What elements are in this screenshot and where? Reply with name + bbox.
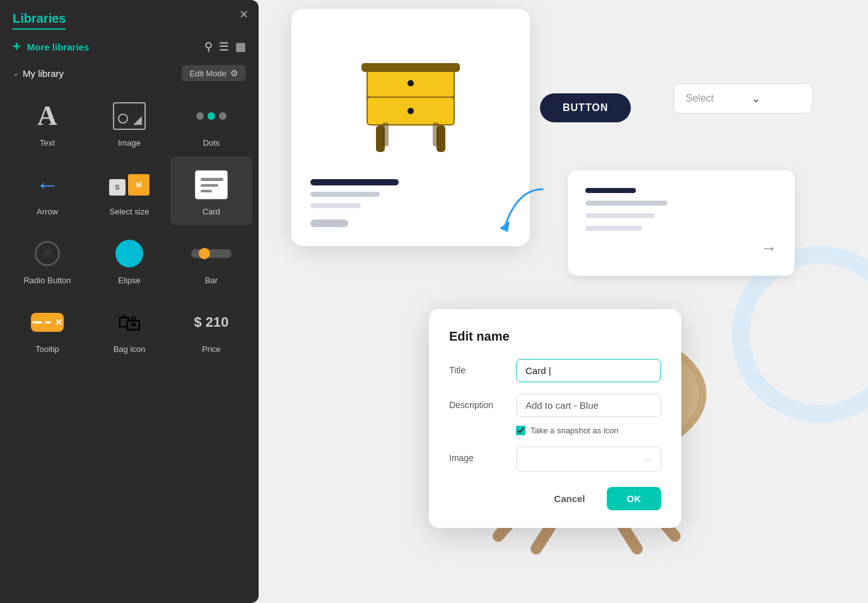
description-input[interactable] [516, 394, 661, 417]
library-header: ⌄ My library Edit Mode ⚙ [0, 61, 259, 88]
sidebar-item-price[interactable]: $ 210 Price [170, 294, 252, 363]
sidebar-header: Libraries [0, 0, 259, 30]
card-title-line [310, 179, 399, 185]
edit-name-dialog: Edit name Title Description Take a snaps… [429, 309, 681, 528]
title-label: Title [449, 359, 506, 375]
sidebar-item-ellipse[interactable]: Elipse [88, 225, 170, 294]
sidebar-item-select-size[interactable]: S M Select size [88, 156, 170, 225]
sidebar-item-label: Dots [203, 138, 220, 148]
bag-icon-icon: 🛍 [117, 305, 141, 339]
sidebar-item-dots[interactable]: Dots [170, 88, 252, 156]
card-annotation-arrow [486, 183, 561, 249]
select-element[interactable]: Select ⌄ [674, 83, 812, 114]
sidebar-item-bag[interactable]: 🛍 Bag icon [88, 294, 170, 363]
sidebar-item-arrow[interactable]: ← Arrow [6, 156, 88, 225]
card-icon [195, 168, 228, 202]
sidebar-item-image[interactable]: Image [88, 88, 170, 156]
image-row: Image ··· [449, 447, 661, 472]
radio-button-icon [35, 237, 60, 271]
image-dots-icon: ··· [643, 454, 652, 465]
sidebar-item-label: Radio Button [23, 276, 71, 285]
canvas: BUTTON Select ⌄ [259, 0, 868, 603]
price-icon: $ 210 [194, 305, 228, 339]
menu-icon[interactable]: ☰ [219, 40, 229, 54]
sidebar-item-bar[interactable]: Bar [170, 225, 252, 294]
library-grid: A Text Image Dots ← [0, 88, 259, 363]
title-input[interactable] [516, 359, 661, 382]
card-price-line [310, 220, 348, 227]
edit-mode-label: Edit Mode [189, 69, 226, 78]
sidebar: ✕ Libraries + More libraries ⚲ ☰ ▦ ⌄ My … [0, 0, 259, 603]
small-card-line1 [585, 201, 667, 206]
library-title: ⌄ My library [13, 68, 64, 79]
sidebar-item-label: Bag icon [114, 344, 146, 354]
sidebar-toolbar: + More libraries ⚲ ☰ ▦ [0, 30, 259, 61]
small-card: → [568, 170, 795, 276]
tooltip-icon: ✕ [31, 305, 64, 339]
snapshot-row: Take a snapshot as icon [516, 426, 661, 435]
search-icon[interactable]: ⚲ [204, 40, 213, 54]
sidebar-item-label: Select size [110, 207, 150, 216]
add-library-button[interactable]: + [13, 38, 21, 55]
svg-marker-10 [500, 221, 510, 232]
select-size-icon: S M [109, 168, 150, 202]
gear-icon: ⚙ [230, 68, 238, 78]
svg-point-4 [408, 108, 414, 114]
ok-button[interactable]: OK [607, 487, 662, 510]
svg-rect-8 [433, 122, 439, 146]
snapshot-label: Take a snapshot as icon [531, 426, 618, 435]
my-library-label: My library [23, 68, 64, 79]
sidebar-item-label: Text [40, 138, 55, 148]
sidebar-title: Libraries [13, 11, 66, 30]
image-icon [113, 99, 146, 133]
card-desc-line2 [310, 203, 361, 208]
edit-mode-button[interactable]: Edit Mode ⚙ [182, 65, 246, 81]
title-row: Title [449, 359, 661, 382]
description-label: Description [449, 394, 506, 410]
button-element[interactable]: BUTTON [540, 93, 631, 122]
sidebar-item-label: Image [118, 138, 141, 148]
ellipse-icon [115, 237, 143, 271]
sidebar-item-label: Bar [205, 276, 218, 285]
sidebar-item-label: Arrow [37, 207, 58, 216]
card-content-lines [310, 179, 511, 227]
bar-icon [191, 237, 232, 271]
image-label: Image [449, 447, 506, 463]
sidebar-item-label: Price [202, 344, 221, 354]
select-placeholder: Select [686, 93, 713, 104]
sidebar-item-label: Elipse [118, 276, 140, 285]
sidebar-item-radio-button[interactable]: Radio Button [6, 225, 88, 294]
sidebar-item-tooltip[interactable]: ✕ Tooltip [6, 294, 88, 363]
cancel-button[interactable]: Cancel [542, 487, 596, 510]
more-libraries-link[interactable]: More libraries [27, 42, 89, 52]
close-icon[interactable]: ✕ [239, 8, 249, 21]
chevron-down-icon: ⌄ [751, 91, 761, 105]
sidebar-item-card[interactable]: Card [170, 156, 252, 225]
button-label: BUTTON [563, 102, 608, 113]
sidebar-item-label: Tooltip [35, 344, 59, 354]
snapshot-checkbox[interactable] [516, 426, 525, 435]
chevron-icon: ⌄ [13, 69, 19, 78]
nightstand-svg [348, 34, 474, 160]
product-image [310, 28, 511, 167]
arrow-icon: ← [35, 168, 59, 202]
card-desc-line1 [310, 192, 380, 197]
dialog-actions: Cancel OK [449, 487, 661, 510]
small-card-line2 [585, 213, 655, 218]
text-icon: A [37, 99, 57, 133]
dots-icon [196, 99, 226, 133]
small-card-title-line [585, 188, 636, 193]
small-card-arrow: → [761, 238, 777, 258]
description-row: Description Take a snapshot as icon [449, 394, 661, 435]
svg-rect-7 [382, 122, 389, 146]
svg-rect-9 [361, 63, 460, 72]
sidebar-item-label: Card [202, 207, 220, 216]
svg-point-3 [408, 80, 414, 86]
image-input[interactable]: ··· [516, 447, 661, 472]
sidebar-item-text[interactable]: A Text [6, 88, 88, 156]
dialog-title: Edit name [449, 329, 661, 344]
grid-icon[interactable]: ▦ [235, 40, 246, 54]
